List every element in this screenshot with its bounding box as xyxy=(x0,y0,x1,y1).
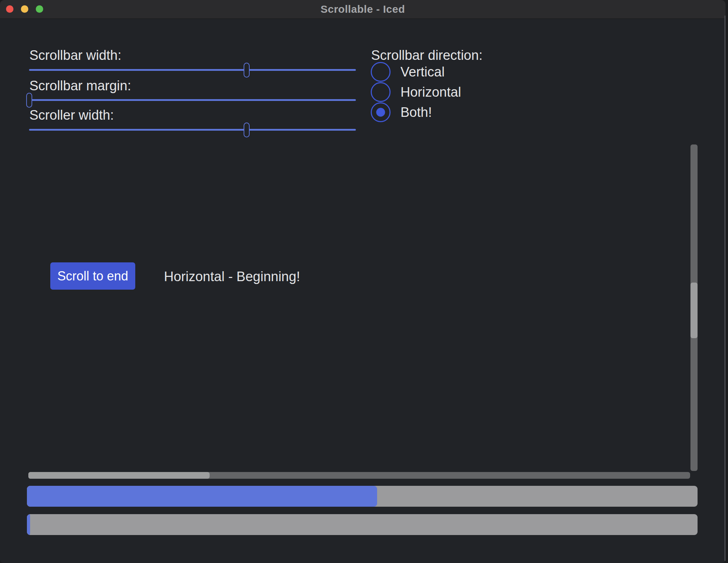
scrollbar-width-slider-handle[interactable] xyxy=(244,63,250,78)
scroll-to-end-button[interactable]: Scroll to end xyxy=(50,262,135,290)
app-window: Scrollable - Iced Scrollbar width: Scrol… xyxy=(0,0,726,563)
radio-horizontal-label[interactable]: Horizontal xyxy=(400,85,461,100)
scroller-width-label: Scroller width: xyxy=(29,108,114,123)
titlebar: Scrollable - Iced xyxy=(0,0,726,19)
scrollbar-width-slider[interactable] xyxy=(29,69,356,71)
horizontal-progress-bar xyxy=(27,486,698,507)
scrollbar-margin-slider[interactable] xyxy=(29,99,356,101)
radio-horizontal[interactable] xyxy=(371,82,391,102)
scrollbar-direction-label: Scrollbar direction: xyxy=(371,48,483,63)
radio-both[interactable] xyxy=(371,102,391,122)
vertical-scrollbar-track[interactable] xyxy=(690,144,698,471)
scroller-width-slider[interactable] xyxy=(29,129,356,131)
vertical-progress-bar xyxy=(27,514,698,535)
scrollbar-margin-slider-handle[interactable] xyxy=(26,93,32,108)
scroll-status-text: Horizontal - Beginning! xyxy=(164,269,300,284)
vertical-progress-fill xyxy=(27,514,30,535)
horizontal-scrollbar-thumb[interactable] xyxy=(28,472,210,479)
window-right-edge xyxy=(724,16,726,561)
scrollbar-margin-label: Scrollbar margin: xyxy=(29,78,131,93)
scroller-width-slider-handle[interactable] xyxy=(244,123,250,137)
radio-both-label[interactable]: Both! xyxy=(400,105,432,120)
vertical-scrollbar-thumb[interactable] xyxy=(690,283,698,338)
screen: Scrollable - Iced Scrollbar width: Scrol… xyxy=(0,0,728,563)
horizontal-progress-fill xyxy=(27,486,377,507)
horizontal-scrollbar-track[interactable] xyxy=(28,472,690,479)
window-title: Scrollable - Iced xyxy=(0,0,726,18)
radio-both-dot xyxy=(376,108,385,117)
radio-vertical-label[interactable]: Vertical xyxy=(400,64,445,80)
scrollbar-width-label: Scrollbar width: xyxy=(29,48,121,63)
radio-vertical[interactable] xyxy=(371,62,391,82)
